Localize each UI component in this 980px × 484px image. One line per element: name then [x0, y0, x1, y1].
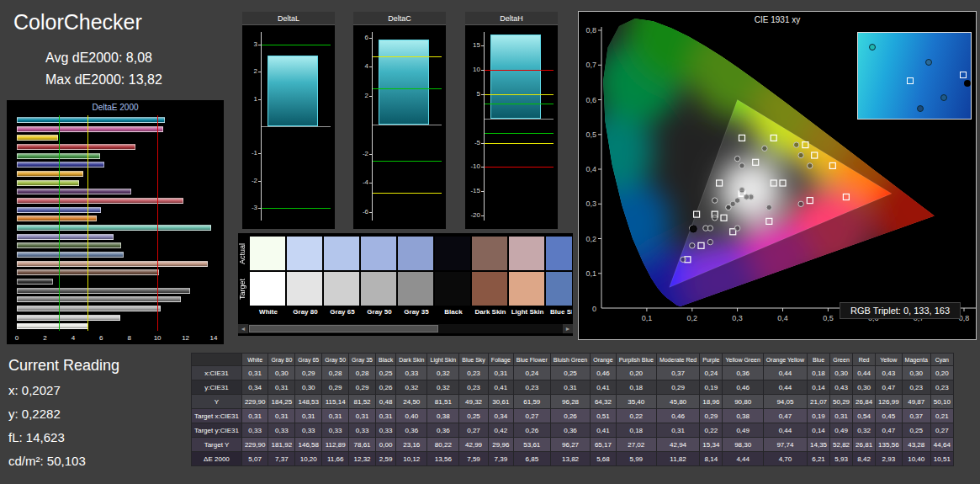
table-cell: 97,74 [763, 438, 807, 452]
threshold-line [485, 94, 554, 95]
table-cell: 4,44 [723, 452, 763, 466]
reading-y: y: 0,2282 [8, 407, 119, 421]
threshold-line [157, 115, 158, 331]
svg-text:0,7: 0,7 [585, 61, 596, 69]
threshold-line [262, 208, 331, 209]
scroll-right-arrow[interactable]: ► [563, 324, 573, 333]
table-cell: 0,31 [349, 409, 376, 423]
threshold-line [485, 133, 554, 134]
reading-cdm2-value: 50,103 [47, 454, 86, 468]
col-header: Blue [808, 354, 830, 366]
deltae-bar-bluish-green [17, 225, 211, 231]
deltae2000-chart: DeltaE 2000 02468101214 [7, 100, 224, 344]
threshold-line [373, 193, 442, 194]
y-tick-label: 2 [242, 67, 257, 75]
y-tick-label: -5 [465, 139, 480, 146]
table-cell: 0,30 [830, 366, 853, 380]
inset-measured-marker [940, 94, 947, 101]
deltae-bar-cyan [17, 117, 165, 123]
cie-1931-diagram: CIE 1931 xy 0,10,10,20,20,30,30,40,40,50… [578, 11, 977, 340]
svg-text:0,4: 0,4 [777, 314, 788, 322]
table-cell: 0,54 [853, 409, 876, 423]
inset-measured-marker [925, 59, 932, 66]
zero-line [372, 125, 442, 125]
horizontal-scrollbar[interactable]: ◄ ► [238, 324, 573, 333]
table-cell: 0,20 [616, 366, 656, 380]
deltae-bar-blue [17, 162, 104, 168]
y-tick [369, 154, 372, 155]
target-swatch-black [435, 272, 470, 306]
col-header: Green [830, 354, 853, 366]
table-cell: 11,66 [322, 452, 349, 466]
table-row: Target y:CIE310,330,330,330,330,330,330,… [192, 423, 954, 438]
table-cell: 44,64 [930, 438, 953, 452]
actual-swatch-blue-sky [546, 237, 572, 270]
deltal-chart: DeltaL 321-1-2-3 [242, 12, 335, 229]
table-cell: 0,41 [591, 423, 616, 438]
deltae-bar-light-skin [17, 261, 208, 267]
deltae-bar-gray-65 [17, 306, 161, 311]
scroll-left-arrow[interactable]: ◄ [238, 324, 248, 333]
current-reading-section: Current Reading x: 0,2027 y: 0,2282 fL: … [8, 357, 119, 477]
table-cell: 23,16 [396, 438, 427, 452]
y-tick-label: -10 [465, 162, 480, 170]
table-cell: 0,27 [513, 409, 550, 423]
threshold-line [485, 70, 554, 71]
col-header: Light Skin [427, 354, 459, 366]
table-cell: 0,44 [853, 366, 876, 380]
x-tick-label: 4 [66, 334, 80, 342]
gamut-zoom-inset [857, 32, 972, 120]
table-cell: 0,22 [700, 423, 723, 438]
y-tick-label: 2 [353, 92, 368, 99]
table-cell: 0,36 [427, 423, 459, 438]
y-tick-label: -3 [242, 204, 257, 211]
table-cell: 26,84 [853, 395, 876, 409]
svg-text:0,2: 0,2 [585, 235, 596, 243]
color-swatch-panel: Actual Target WhiteGray 80Gray 65Gray 50… [238, 233, 573, 336]
table-cell: 0,33 [268, 423, 295, 438]
table-cell: 64,32 [591, 395, 616, 409]
svg-text:0,3: 0,3 [732, 314, 743, 322]
table-cell: 0,47 [763, 409, 807, 423]
swatch-label: Black [435, 308, 472, 319]
deltah-plot: 15105-5-10-15-20 [465, 25, 558, 229]
table-cell: 61,59 [513, 395, 550, 409]
svg-text:0,6: 0,6 [585, 96, 596, 104]
table-cell: 0,34 [241, 380, 268, 395]
deltae-bar-orange-yellow [17, 171, 83, 177]
row-label: Target Y [192, 438, 242, 452]
col-header: Yellow [876, 354, 902, 366]
table-cell: 0,18 [616, 423, 656, 438]
col-header: Gray 65 [295, 354, 322, 366]
y-tick [481, 70, 484, 71]
table-cell: 43,28 [902, 438, 930, 452]
table-cell: 2,93 [876, 452, 902, 466]
actual-row-label: Actual [238, 237, 249, 270]
target-swatch-light-skin [509, 272, 544, 306]
col-header: Magenta [902, 354, 930, 366]
table-cell: 5,99 [616, 452, 656, 466]
table-cell: 0,14 [808, 423, 830, 438]
y-tick-label: -2 [353, 150, 368, 157]
threshold-line [373, 88, 442, 89]
table-cell: 0,40 [396, 409, 427, 423]
rgb-triplet-label: RGB Triplet: 0, 133, 163 [840, 302, 961, 319]
threshold-line [59, 115, 60, 331]
target-swatch-dark-skin [472, 272, 507, 306]
deltae-bar-yellow [17, 135, 58, 141]
table-cell: 0,28 [349, 366, 376, 380]
table-cell: 98,30 [723, 438, 763, 452]
table-cell: 112,89 [322, 438, 349, 452]
table-cell: 0,19 [808, 409, 830, 423]
table-cell: 6,21 [808, 452, 830, 466]
actual-swatch-gray-50 [361, 237, 396, 270]
table-cell: 0,00 [376, 438, 396, 452]
table-cell: 0,29 [322, 380, 349, 395]
scrollbar-thumb[interactable] [249, 325, 438, 332]
table-cell: 94,05 [763, 395, 807, 409]
table-cell: 0,41 [488, 380, 513, 395]
deltae-bar-gray-50 [17, 296, 181, 302]
table-row: Y229,90184,25148,53115,1481,520,4824,508… [192, 395, 954, 409]
actual-swatch-light-skin [509, 237, 544, 270]
threshold-line [262, 45, 331, 45]
